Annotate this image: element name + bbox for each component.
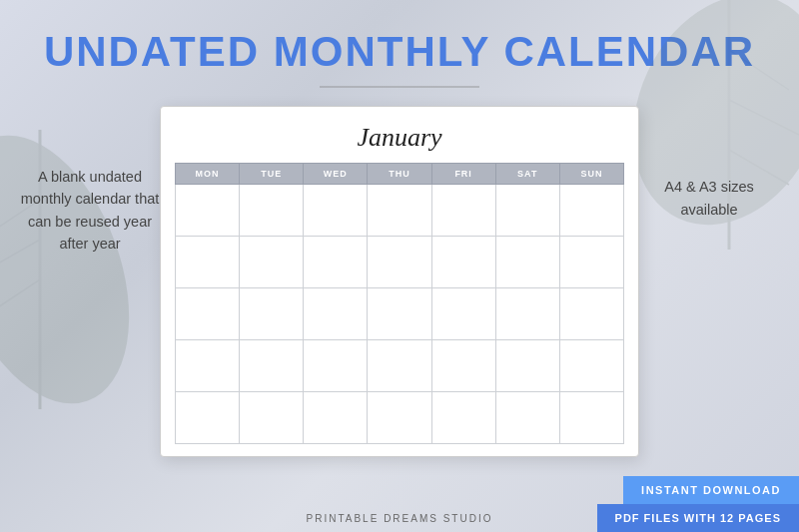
calendar-preview: January MON TUE WED THU FRI SAT SUN (160, 106, 639, 457)
calendar-header: MON TUE WED THU FRI SAT SUN (176, 164, 624, 185)
calendar-cell (176, 288, 240, 340)
calendar-month-label: January (175, 123, 624, 153)
right-description-text: A4 & A3 sizes available (664, 179, 753, 218)
day-fri: FRI (431, 164, 495, 185)
table-row (176, 392, 624, 444)
calendar-cell (559, 237, 623, 288)
calendar-cell (431, 237, 495, 288)
day-tue: TUE (240, 164, 304, 185)
left-description: A blank undated monthly calendar that ca… (20, 106, 160, 256)
calendar-cell (559, 288, 623, 340)
calendar-body (176, 185, 624, 444)
calendar-cell (176, 185, 240, 237)
calendar-cell (240, 185, 304, 237)
instant-download-badge: INSTANT DOWNLOAD (623, 476, 799, 504)
calendar-cell (240, 288, 304, 340)
table-row (176, 185, 624, 237)
calendar-cell (240, 340, 304, 392)
left-description-text: A blank undated monthly calendar that ca… (21, 169, 160, 252)
calendar-cell (176, 392, 240, 444)
day-wed: WED (304, 164, 368, 185)
calendar-cell (368, 288, 431, 340)
calendar-cell (176, 237, 240, 288)
calendar-cell (495, 288, 559, 340)
studio-name: PRINTABLE DREAMS STUDIO (307, 513, 493, 524)
calendar-cell (368, 392, 431, 444)
calendar-cell (495, 237, 559, 288)
day-thu: THU (368, 164, 431, 185)
calendar-cell (304, 392, 368, 444)
calendar-cell (495, 392, 559, 444)
calendar-cell (176, 340, 240, 392)
table-row (176, 340, 624, 392)
right-description: A4 & A3 sizes available (639, 106, 779, 222)
calendar-header-row: MON TUE WED THU FRI SAT SUN (176, 164, 624, 185)
calendar-cell (559, 392, 623, 444)
pdf-files-badge: PDF FILES WITH 12 PAGES (597, 504, 799, 532)
calendar-cell (368, 237, 431, 288)
calendar-cell (495, 185, 559, 237)
day-sun: SUN (559, 164, 623, 185)
calendar-cell (368, 185, 431, 237)
calendar-cell (431, 185, 495, 237)
day-sat: SAT (495, 164, 559, 185)
day-mon: MON (176, 164, 240, 185)
calendar-cell (304, 237, 368, 288)
calendar-cell (304, 185, 368, 237)
calendar-cell (431, 392, 495, 444)
calendar-cell (559, 185, 623, 237)
calendar-cell (240, 237, 304, 288)
content-area: A blank undated monthly calendar that ca… (0, 106, 799, 457)
calendar-cell (559, 340, 623, 392)
calendar-cell (368, 340, 431, 392)
table-row (176, 288, 624, 340)
calendar-cell (240, 392, 304, 444)
calendar-cell (304, 340, 368, 392)
calendar-table: MON TUE WED THU FRI SAT SUN (175, 163, 624, 444)
bottom-badges: INSTANT DOWNLOAD PDF FILES WITH 12 PAGES (597, 476, 799, 532)
calendar-cell (431, 288, 495, 340)
calendar-cell (495, 340, 559, 392)
page-title: UNDATED MONTHLY CALENDAR (0, 0, 799, 76)
calendar-cell (431, 340, 495, 392)
calendar-cell (304, 288, 368, 340)
title-divider (320, 86, 479, 88)
table-row (176, 237, 624, 288)
